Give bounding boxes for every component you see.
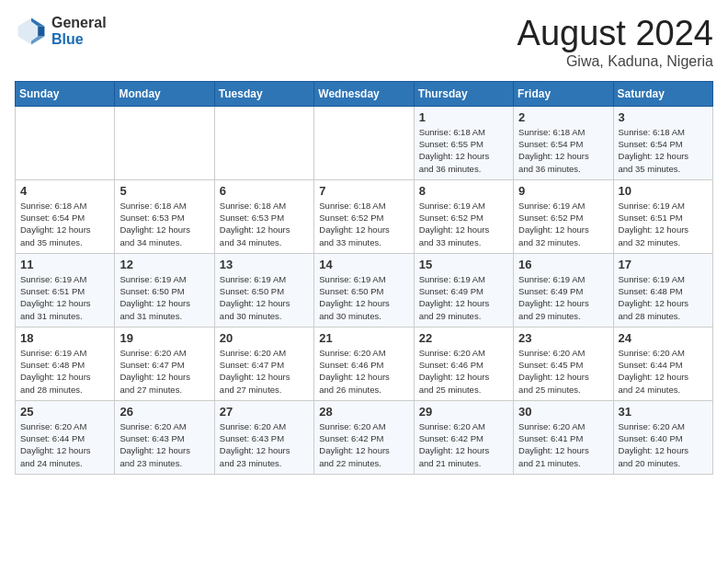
day-info: Sunrise: 6:19 AM Sunset: 6:50 PM Dayligh… [319, 273, 408, 322]
day-info: Sunrise: 6:20 AM Sunset: 6:46 PM Dayligh… [319, 347, 408, 396]
day-info: Sunrise: 6:19 AM Sunset: 6:50 PM Dayligh… [119, 273, 209, 322]
day-number: 24 [619, 331, 708, 345]
week-row-1: 1Sunrise: 6:18 AM Sunset: 6:55 PM Daylig… [16, 106, 713, 179]
month-year: August 2024 [518, 15, 713, 53]
day-cell: 11Sunrise: 6:19 AM Sunset: 6:51 PM Dayli… [16, 253, 115, 327]
day-info: Sunrise: 6:20 AM Sunset: 6:44 PM Dayligh… [619, 347, 708, 396]
day-cell [115, 106, 214, 179]
day-number: 19 [119, 331, 209, 345]
day-info: Sunrise: 6:18 AM Sunset: 6:54 PM Dayligh… [518, 126, 608, 175]
day-number: 22 [419, 331, 508, 345]
day-cell [314, 106, 414, 179]
logo: General Blue [15, 15, 107, 48]
header-cell-sunday: Sunday [16, 81, 115, 106]
day-cell: 5Sunrise: 6:18 AM Sunset: 6:53 PM Daylig… [115, 179, 214, 253]
day-cell: 13Sunrise: 6:19 AM Sunset: 6:50 PM Dayli… [214, 253, 313, 327]
svg-marker-2 [38, 27, 44, 37]
calendar-header: SundayMondayTuesdayWednesdayThursdayFrid… [16, 81, 713, 106]
day-number: 28 [319, 405, 408, 419]
header-cell-friday: Friday [514, 81, 613, 106]
day-info: Sunrise: 6:18 AM Sunset: 6:53 PM Dayligh… [220, 200, 309, 248]
day-info: Sunrise: 6:19 AM Sunset: 6:48 PM Dayligh… [619, 273, 708, 322]
day-cell: 17Sunrise: 6:19 AM Sunset: 6:48 PM Dayli… [613, 253, 712, 327]
day-number: 27 [220, 405, 309, 419]
day-info: Sunrise: 6:19 AM Sunset: 6:49 PM Dayligh… [419, 273, 508, 322]
header-cell-tuesday: Tuesday [214, 81, 313, 106]
header-cell-wednesday: Wednesday [314, 81, 414, 106]
day-cell: 6Sunrise: 6:18 AM Sunset: 6:53 PM Daylig… [214, 179, 313, 253]
day-number: 25 [20, 405, 109, 419]
logo-blue: Blue [51, 31, 107, 48]
day-number: 26 [119, 405, 209, 419]
day-info: Sunrise: 6:20 AM Sunset: 6:42 PM Dayligh… [319, 420, 408, 469]
day-number: 1 [419, 110, 508, 124]
day-info: Sunrise: 6:19 AM Sunset: 6:48 PM Dayligh… [20, 347, 109, 396]
day-cell: 30Sunrise: 6:20 AM Sunset: 6:41 PM Dayli… [514, 400, 613, 474]
day-number: 10 [619, 184, 708, 198]
day-info: Sunrise: 6:18 AM Sunset: 6:54 PM Dayligh… [20, 200, 109, 248]
day-number: 21 [319, 331, 408, 345]
week-row-3: 11Sunrise: 6:19 AM Sunset: 6:51 PM Dayli… [16, 253, 713, 327]
day-cell: 27Sunrise: 6:20 AM Sunset: 6:43 PM Dayli… [214, 400, 313, 474]
day-info: Sunrise: 6:19 AM Sunset: 6:52 PM Dayligh… [419, 200, 508, 248]
day-cell: 21Sunrise: 6:20 AM Sunset: 6:46 PM Dayli… [314, 327, 414, 400]
page-header: General Blue August 2024 Giwa, Kaduna, N… [15, 15, 713, 70]
calendar-body: 1Sunrise: 6:18 AM Sunset: 6:55 PM Daylig… [16, 106, 713, 474]
day-cell: 23Sunrise: 6:20 AM Sunset: 6:45 PM Dayli… [514, 327, 613, 400]
logo-text: General Blue [51, 15, 107, 47]
day-number: 20 [220, 331, 309, 345]
day-number: 4 [20, 184, 109, 198]
header-row: SundayMondayTuesdayWednesdayThursdayFrid… [16, 81, 713, 106]
day-cell: 26Sunrise: 6:20 AM Sunset: 6:43 PM Dayli… [115, 400, 214, 474]
day-info: Sunrise: 6:20 AM Sunset: 6:40 PM Dayligh… [619, 420, 708, 469]
day-info: Sunrise: 6:20 AM Sunset: 6:47 PM Dayligh… [220, 347, 309, 396]
day-info: Sunrise: 6:20 AM Sunset: 6:45 PM Dayligh… [518, 347, 608, 396]
day-info: Sunrise: 6:20 AM Sunset: 6:42 PM Dayligh… [419, 420, 508, 469]
day-info: Sunrise: 6:20 AM Sunset: 6:43 PM Dayligh… [119, 420, 209, 469]
day-cell: 7Sunrise: 6:18 AM Sunset: 6:52 PM Daylig… [314, 179, 414, 253]
day-cell: 4Sunrise: 6:18 AM Sunset: 6:54 PM Daylig… [16, 179, 115, 253]
day-cell: 31Sunrise: 6:20 AM Sunset: 6:40 PM Dayli… [613, 400, 712, 474]
day-number: 5 [119, 184, 209, 198]
header-cell-saturday: Saturday [613, 81, 712, 106]
day-info: Sunrise: 6:18 AM Sunset: 6:55 PM Dayligh… [419, 126, 508, 175]
day-cell: 12Sunrise: 6:19 AM Sunset: 6:50 PM Dayli… [115, 253, 214, 327]
day-info: Sunrise: 6:18 AM Sunset: 6:54 PM Dayligh… [619, 126, 708, 175]
day-info: Sunrise: 6:19 AM Sunset: 6:49 PM Dayligh… [518, 273, 608, 322]
logo-icon [15, 15, 48, 48]
day-number: 23 [518, 331, 608, 345]
day-number: 9 [518, 184, 608, 198]
day-cell: 2Sunrise: 6:18 AM Sunset: 6:54 PM Daylig… [514, 106, 613, 179]
header-cell-thursday: Thursday [414, 81, 513, 106]
day-cell: 8Sunrise: 6:19 AM Sunset: 6:52 PM Daylig… [414, 179, 513, 253]
logo-general: General [51, 15, 107, 31]
day-number: 2 [518, 110, 608, 124]
day-cell: 10Sunrise: 6:19 AM Sunset: 6:51 PM Dayli… [613, 179, 712, 253]
day-number: 6 [220, 184, 309, 198]
day-info: Sunrise: 6:20 AM Sunset: 6:46 PM Dayligh… [419, 347, 508, 396]
day-cell: 9Sunrise: 6:19 AM Sunset: 6:52 PM Daylig… [514, 179, 613, 253]
day-info: Sunrise: 6:19 AM Sunset: 6:51 PM Dayligh… [20, 273, 109, 322]
day-number: 7 [319, 184, 408, 198]
day-cell: 24Sunrise: 6:20 AM Sunset: 6:44 PM Dayli… [613, 327, 712, 400]
day-cell: 1Sunrise: 6:18 AM Sunset: 6:55 PM Daylig… [414, 106, 513, 179]
day-number: 30 [518, 405, 608, 419]
day-info: Sunrise: 6:18 AM Sunset: 6:53 PM Dayligh… [119, 200, 209, 248]
day-info: Sunrise: 6:20 AM Sunset: 6:44 PM Dayligh… [20, 420, 109, 469]
day-cell: 20Sunrise: 6:20 AM Sunset: 6:47 PM Dayli… [214, 327, 313, 400]
day-info: Sunrise: 6:20 AM Sunset: 6:41 PM Dayligh… [518, 420, 608, 469]
day-number: 14 [319, 258, 408, 271]
calendar-table: SundayMondayTuesdayWednesdayThursdayFrid… [15, 81, 713, 475]
day-cell: 28Sunrise: 6:20 AM Sunset: 6:42 PM Dayli… [314, 400, 414, 474]
day-info: Sunrise: 6:20 AM Sunset: 6:43 PM Dayligh… [220, 420, 309, 469]
day-cell: 14Sunrise: 6:19 AM Sunset: 6:50 PM Dayli… [314, 253, 414, 327]
week-row-4: 18Sunrise: 6:19 AM Sunset: 6:48 PM Dayli… [16, 327, 713, 400]
day-number: 31 [619, 405, 708, 419]
day-cell: 25Sunrise: 6:20 AM Sunset: 6:44 PM Dayli… [16, 400, 115, 474]
day-cell: 16Sunrise: 6:19 AM Sunset: 6:49 PM Dayli… [514, 253, 613, 327]
day-cell: 22Sunrise: 6:20 AM Sunset: 6:46 PM Dayli… [414, 327, 513, 400]
day-number: 17 [619, 258, 708, 271]
day-info: Sunrise: 6:19 AM Sunset: 6:51 PM Dayligh… [619, 200, 708, 248]
day-info: Sunrise: 6:19 AM Sunset: 6:50 PM Dayligh… [220, 273, 309, 322]
day-number: 8 [419, 184, 508, 198]
